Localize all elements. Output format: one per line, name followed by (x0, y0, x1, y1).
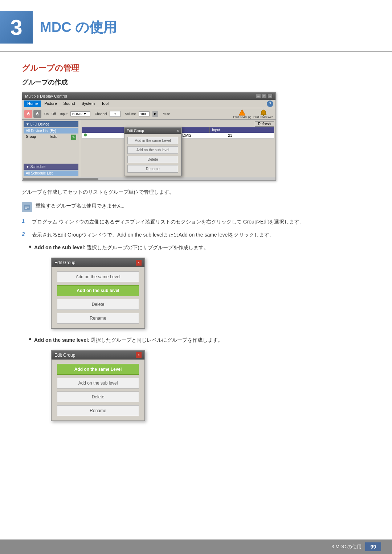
bullet-sub-level-colon: : 選択したグループの下にサブグループを作成します。 (84, 245, 209, 250)
volume-label: Volume (125, 112, 136, 116)
scrollbar-thumb[interactable] (23, 178, 98, 180)
step-2: 2 表示されるEdit Groupウィンドウで、Add on the sub l… (22, 231, 370, 239)
fault-device-label: Fault Device (2) (233, 116, 251, 118)
menu-home[interactable]: Home (24, 100, 41, 107)
refresh-button[interactable]: Refresh (255, 121, 274, 127)
edit-group-large-sub-close[interactable]: × (136, 260, 142, 266)
edit-group-large-same-body: Add on the same Level Add on the sub lev… (52, 360, 144, 420)
menu-tool[interactable]: Tool (98, 100, 111, 107)
mdc-main: Refresh wer Input HDMI2 21 Edit (80, 120, 275, 177)
restore-btn[interactable]: □ (262, 94, 267, 98)
delete-btn-1[interactable]: Delete (57, 299, 139, 310)
bullet-sub-level-label: Add on the sub level (34, 245, 84, 250)
bullet-same-level-label: Add on the same level (34, 337, 88, 343)
bullet-sub-level-text: Add on the sub level: 選択したグループの下にサブグループを… (34, 243, 209, 252)
bullet-dot-1 (29, 246, 31, 248)
fault-icons-group: ! Fault Device (2) Fault Device Alert (233, 109, 273, 118)
delete-btn-sm[interactable]: Delete (127, 156, 178, 163)
add-same-level-btn-2[interactable]: Add on the same Level (57, 364, 139, 375)
step-1-text: プログラム ウィンドウの左側にあるディスプレイ装置リストのセクションを右クリック… (32, 218, 305, 226)
minimize-btn[interactable]: ─ (256, 94, 261, 98)
step-1-num: 1 (22, 218, 29, 226)
edit-group-close-btn[interactable]: × (177, 129, 179, 133)
th-input: Input (210, 127, 274, 133)
input-dropdown[interactable]: HDMI2 ▼ (70, 111, 90, 116)
edit-group-large-same-titlebar: Edit Group × (52, 351, 144, 360)
mdc-menubar: Home Picture Sound System Tool ? (22, 100, 275, 108)
edit-group-large-sub-title: Edit Group (54, 260, 75, 265)
mdc-toolbar: ⏻ ⏻ On Off Input HDMI2 ▼ Channel ÷ Volum… (22, 108, 275, 120)
power-icons: ⏻ ⏻ (24, 110, 41, 118)
sidebar-spacer (24, 140, 78, 162)
rename-btn-sm[interactable]: Rename (127, 165, 178, 173)
fault-alert-label: Fault Device Alert (253, 116, 273, 118)
fault-triangle: ! (238, 109, 246, 116)
menu-sound[interactable]: Sound (61, 100, 78, 107)
power-on-icon[interactable]: ⏻ (24, 110, 32, 118)
input-label: Input (60, 112, 68, 116)
step-2-num: 2 (22, 231, 29, 239)
content-area: グループの管理 グループの作成 Multiple Display Control… (0, 63, 392, 450)
menu-system[interactable]: System (78, 100, 98, 107)
delete-btn-2[interactable]: Delete (57, 391, 139, 402)
scrollbar-area (22, 177, 275, 180)
page-footer: 3 MDC の使用 99 (0, 539, 392, 554)
section-title: グループの管理 (22, 63, 370, 74)
note-icon (22, 202, 32, 212)
close-btn[interactable]: × (268, 94, 273, 98)
power-off-icon[interactable]: ⏻ (33, 110, 41, 118)
rename-btn-2[interactable]: Rename (57, 405, 139, 416)
chapter-header: 3 MDC の使用 (0, 0, 392, 52)
edit-group-large-same-title: Edit Group (54, 353, 75, 358)
add-sub-level-btn-1[interactable]: Add on the sub level (57, 285, 139, 296)
footer-page: 99 (365, 542, 381, 551)
edit-group-dialog-same: Edit Group × Add on the same Level Add o… (51, 350, 145, 421)
add-same-level-btn-sm[interactable]: Add in the same Level (127, 137, 178, 144)
add-sub-level-btn-2[interactable]: Add on the sub level (57, 378, 139, 389)
volume-arrow[interactable]: ▶ (152, 111, 158, 117)
td-num: 21 (226, 133, 274, 138)
footer-text: 3 MDC の使用 (331, 543, 362, 550)
edit-group-dialog-sub: Edit Group × Add on the same Level Add o… (51, 258, 145, 329)
group-label: Group (26, 135, 36, 140)
all-devices-item[interactable]: All Device List (By) (24, 128, 78, 134)
chapter-title: MDC の使用 (40, 18, 117, 37)
rename-btn-1[interactable]: Rename (57, 313, 139, 324)
group-edit-row: Group Edit ✎ (24, 134, 78, 140)
add-sub-level-btn-sm[interactable]: Add on the sub level (127, 146, 178, 154)
lfd-section: ▼ LFD Device (24, 121, 78, 127)
bottom-spacer (22, 428, 370, 450)
note-text: 重複するグループ名は使用できません。 (36, 202, 127, 210)
schedule-section: ▼ Schedule (24, 164, 78, 170)
bullet-same-level: Add on the same level: 選択したグループと同じレベルにグル… (22, 336, 370, 345)
mdc-titlebar-buttons: ─ □ × (256, 94, 273, 98)
edit-icon[interactable]: ✎ (71, 135, 76, 140)
bullet-same-level-text: Add on the same level: 選択したグループと同じレベルにグル… (34, 336, 223, 345)
bullet-same-level-colon: : 選択したグループと同じレベルにグループを作成します。 (88, 337, 223, 343)
edit-label[interactable]: Edit (50, 135, 57, 140)
chapter-number-box: 3 (0, 11, 33, 44)
edit-group-dialog-overlay: Edit Group × Add in the same Level Add o… (124, 127, 182, 176)
help-icon[interactable]: ? (267, 100, 273, 107)
fault-bell (260, 109, 267, 116)
channel-input[interactable]: ÷ (110, 111, 121, 117)
note-area: 重複するグループ名は使用できません。 (22, 202, 370, 212)
bullet-dot-2 (29, 338, 31, 340)
mdc-window: Multiple Display Control ─ □ × Home Pict… (22, 92, 276, 181)
edit-group-titlebar: Edit Group × (124, 128, 181, 134)
refresh-bar: Refresh (82, 121, 274, 127)
all-schedule-item[interactable]: All Schedule List (24, 171, 78, 176)
on-label: On (44, 112, 49, 116)
channel-label: Channel (95, 112, 107, 116)
mdc-titlebar: Multiple Display Control ─ □ × (22, 93, 275, 100)
step-2-text: 表示されるEdit Groupウィンドウで、Add on the sub lev… (32, 231, 274, 239)
edit-group-large-sub-titlebar: Edit Group × (52, 258, 144, 267)
mute-label: Mute (163, 112, 170, 116)
menu-picture[interactable]: Picture (41, 100, 60, 107)
edit-group-title: Edit Group (127, 129, 144, 133)
volume-input[interactable]: 100 (139, 111, 150, 116)
edit-group-large-same-close[interactable]: × (136, 352, 142, 358)
edit-group-large-sub-body: Add on the same Level Add on the sub lev… (52, 267, 144, 328)
step-1: 1 プログラム ウィンドウの左側にあるディスプレイ装置リストのセクションを右クリ… (22, 218, 370, 226)
add-same-level-btn-1[interactable]: Add on the same Level (57, 271, 139, 282)
